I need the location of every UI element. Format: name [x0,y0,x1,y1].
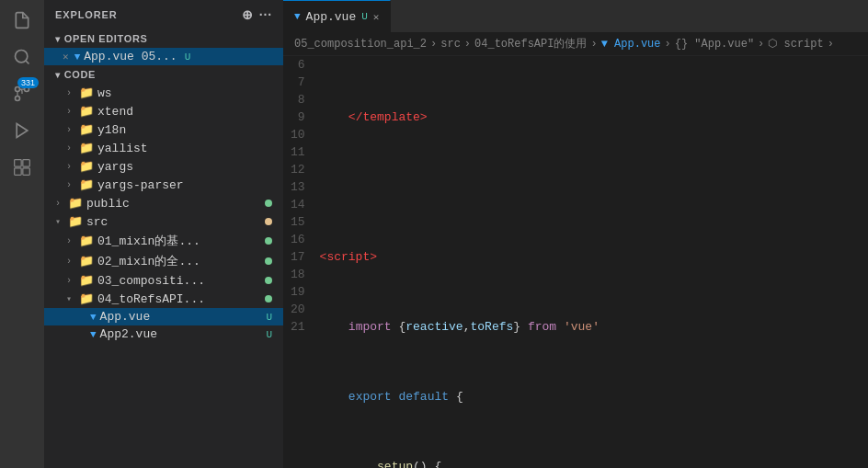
tab-vue-icon: ▼ [294,11,301,22]
code-line-9: import {reactive,toRefs} from 'vue' [320,318,868,336]
sidebar-title: EXPLORER [55,9,118,20]
tree-item-yargs-parser[interactable]: › 📁 yargs-parser [44,176,283,194]
code-section-label: CODE [64,69,96,80]
folder-icon: 📁 [79,177,94,192]
code-section-chevron: ▾ [55,70,61,80]
search-icon[interactable] [9,44,35,70]
vue-icon: ▼ [90,312,97,323]
folder-icon: 📁 [79,86,94,100]
more-options-icon[interactable]: ··· [259,7,272,22]
code-section[interactable]: ▾ CODE [44,65,283,84]
tree-item-public[interactable]: › 📁 public [44,194,283,212]
folder-icon: 📁 [79,141,94,155]
tree-item-01-mixin[interactable]: › 📁 01_mixin的基... [44,231,283,251]
breadcrumb-part-1: 05_composition_api_2 [294,38,427,51]
tree-item-label: src [86,215,108,229]
tree-item-yargs[interactable]: › 📁 yargs [44,157,283,176]
activity-bar: 331 [0,0,44,468]
breadcrumb-sep: › [758,38,764,51]
svg-rect-8 [23,168,30,176]
code-line-8: <script> [320,248,868,266]
code-line-7 [320,178,868,196]
folder-chevron: › [66,257,75,267]
svg-rect-5 [15,160,22,167]
breadcrumb-part-4: ▼ App.vue [601,38,661,51]
tree-item-yallist[interactable]: › 📁 yallist [44,139,283,157]
breadcrumb-part-2: src [440,38,461,51]
tree-item-xtend[interactable]: › 📁 xtend [44,102,283,120]
tree-item-app-vue[interactable]: ▼ App.vue U [44,308,283,325]
breadcrumb-part-6: ⬡ script [768,37,823,51]
folder-chevron: ▾ [55,216,64,227]
tab-app-vue[interactable]: ▼ App.vue U ✕ [283,0,391,32]
tree-item-ws[interactable]: › 📁 ws [44,84,283,102]
code-editor[interactable]: 6 7 8 9 10 11 12 13 14 15 16 17 18 19 20… [283,56,868,468]
tab-modified: U [361,11,368,22]
tab-close-icon[interactable]: ✕ [373,11,380,23]
open-editors-label: OPEN EDITORS [64,33,148,44]
folder-icon: 📁 [79,159,94,174]
code-content: </template> <script> import {reactive,to… [316,56,868,468]
svg-rect-7 [15,168,22,176]
folder-icon: 📁 [79,254,94,268]
sidebar-header-icons: ⊕ ··· [242,7,272,22]
breadcrumb-part-3: 04_toRefsAPI的使用 [474,36,587,51]
code-line-6: </template> [320,108,868,126]
folder-chevron: › [66,107,75,117]
folder-icon: 📁 [79,234,94,248]
open-editors-chevron: ▾ [55,34,61,44]
tree-item-label: 03_compositi... [97,274,205,288]
tree-item-y18n[interactable]: › 📁 y18n [44,120,283,139]
open-editor-modified: U [185,51,191,63]
sidebar: EXPLORER ⊕ ··· ▾ OPEN EDITORS ✕ ▼ App.vu… [44,0,283,468]
folder-icon: 📁 [79,122,94,137]
vue-icon: ▼ [90,329,97,340]
files-icon[interactable] [9,7,35,33]
source-control-icon[interactable]: 331 [9,81,35,107]
line-numbers: 6 7 8 9 10 11 12 13 14 15 16 17 18 19 20… [283,56,316,468]
new-file-icon[interactable]: ⊕ [242,7,254,22]
tree-item-02-mixin[interactable]: › 📁 02_mixin的全... [44,251,283,271]
folder-chevron: › [66,162,75,172]
folder-chevron: ▾ [66,293,75,304]
status-dot [265,237,272,245]
tree-item-label: App.vue [100,310,151,324]
breadcrumb-part-5: {} "App.vue" [675,38,754,51]
folder-chevron: › [66,180,75,190]
tree-item-03-composition[interactable]: › 📁 03_compositi... [44,271,283,290]
tree-item-label: yallist [97,142,148,155]
tree-item-src[interactable]: ▾ 📁 src [44,212,283,231]
svg-point-3 [16,97,20,101]
breadcrumb-sep: › [590,38,597,51]
tree-item-label: yargs [97,160,133,174]
open-editor-filename: App.vue 05... [84,50,177,63]
tree-item-04-torefs[interactable]: ▾ 📁 04_toRefsAPI... [44,290,283,308]
status-dot [265,277,272,284]
folder-icon: 📁 [79,291,94,306]
breadcrumb-sep: › [430,38,437,51]
tree-item-label: yargs-parser [97,178,184,192]
sidebar-header: EXPLORER ⊕ ··· [44,0,283,29]
breadcrumb-sep: › [464,38,471,51]
svg-rect-6 [23,160,30,167]
close-editor-icon[interactable]: ✕ [63,51,69,63]
folder-icon: 📁 [68,214,83,229]
tab-label: App.vue [306,10,357,24]
modified-badge: U [266,329,272,340]
tree-item-app2-vue[interactable]: ▼ App2.vue U [44,325,283,343]
status-dot [265,257,272,265]
vue-file-icon: ▼ [74,51,81,63]
open-editors-section[interactable]: ▾ OPEN EDITORS [44,29,283,48]
folder-chevron: › [66,143,75,154]
open-editor-app-vue[interactable]: ✕ ▼ App.vue 05... U [44,48,283,65]
tab-bar: ▼ App.vue U ✕ [283,0,868,32]
folder-chevron: › [66,88,75,98]
status-dot [265,218,272,225]
folder-icon: 📁 [79,273,94,288]
extensions-icon[interactable] [9,154,35,180]
run-debug-icon[interactable] [9,118,35,143]
tree-item-label: xtend [97,105,133,119]
modified-badge: U [266,312,272,323]
main-editor-area: ▼ App.vue U ✕ 05_composition_api_2 › src… [283,0,868,468]
code-line-10: export default { [320,388,868,405]
